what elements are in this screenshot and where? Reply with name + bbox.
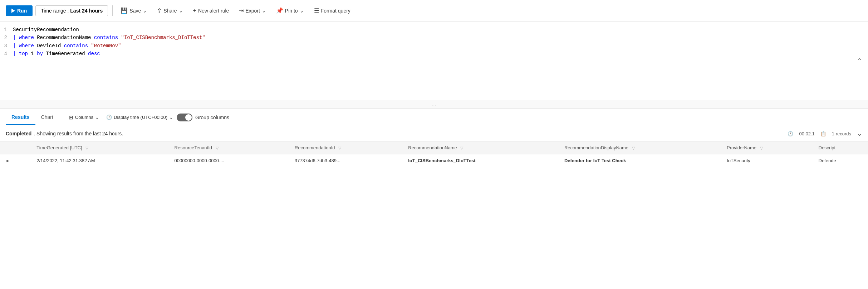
records-icon: 📋 <box>820 131 826 136</box>
query-line-3: 3 | where DeviceId contains "RotemNov" <box>0 42 868 50</box>
format-query-label: Format query <box>321 8 350 14</box>
share-chevron-icon: ⌄ <box>179 8 183 14</box>
tab-chart[interactable]: Chart <box>35 110 59 125</box>
status-right: 🕐 00:02.1 📋 1 records ⌄ <box>788 130 862 138</box>
share-button[interactable]: ⇪ Share ⌄ <box>153 5 186 16</box>
pipe-where-3: | where <box>13 43 34 49</box>
save-icon: 💾 <box>121 7 128 14</box>
contains-3: contains <box>64 43 88 49</box>
expand-row-button[interactable]: ► <box>4 158 11 163</box>
th-time-generated: TimeGenerated [UTC] ▽ <box>32 141 170 154</box>
export-chevron-icon: ⌄ <box>262 8 266 14</box>
th-expand <box>0 141 32 154</box>
run-play-icon <box>11 9 15 13</box>
th-recommendation-display-name: RecommendationDisplayName ▽ <box>560 141 722 154</box>
results-toolbar: Results Chart ⊞ Columns ⌄ 🕐 Display time… <box>0 109 868 126</box>
cell-recommendation-name: IoT_CISBenchmarks_DIoTTest <box>404 154 560 167</box>
toggle-knob <box>185 114 192 121</box>
th-description: Descript <box>814 141 868 154</box>
group-columns-toggle[interactable] <box>177 114 192 121</box>
save-button[interactable]: 💾 Save ⌄ <box>117 5 151 16</box>
run-label: Run <box>17 8 27 14</box>
clock-icon: 🕐 <box>106 115 112 120</box>
tabs-divider <box>62 113 62 122</box>
query-line-4: 4 | top 1 by TimeGenerated desc <box>0 50 868 58</box>
export-label: Export <box>245 8 260 14</box>
cell-description: Defende <box>814 154 868 167</box>
status-bar: Completed . Showing results from the las… <box>0 126 868 141</box>
pin-chevron-icon: ⌄ <box>300 8 304 14</box>
data-table: TimeGenerated [UTC] ▽ ResourceTenantId ▽… <box>0 141 868 167</box>
line-content-3: | where DeviceId contains "RotemNov" <box>13 42 121 50</box>
toolbar-divider-1 <box>112 5 113 16</box>
query-editor[interactable]: 1 SecurityRecommendation 2 | where Recom… <box>0 21 868 100</box>
row-expand-cell: ► <box>0 154 32 167</box>
string-3: "RotemNov" <box>91 43 121 49</box>
time-range-prefix: Time range : <box>41 8 69 14</box>
status-time: 00:02.1 <box>799 131 814 136</box>
display-time-chevron-icon: ⌄ <box>169 115 173 120</box>
new-alert-icon: + <box>193 8 196 14</box>
results-table: TimeGenerated [UTC] ▽ ResourceTenantId ▽… <box>0 141 868 167</box>
drag-dots: ... <box>432 102 436 107</box>
line-content-2: | where RecommendationName contains "IoT… <box>13 34 205 42</box>
pipe-top-4: | <box>13 51 16 57</box>
format-query-button[interactable]: ☰ Format query <box>310 5 354 16</box>
tab-results[interactable]: Results <box>6 110 35 125</box>
time-range-button[interactable]: Time range : Last 24 hours <box>35 5 108 16</box>
filter-provider-icon[interactable]: ▽ <box>760 146 763 150</box>
columns-button[interactable]: ⊞ Columns ⌄ <box>65 112 103 123</box>
collapse-editor-button[interactable]: ⌃ <box>857 57 862 65</box>
cell-provider-name: IoTSecurity <box>722 154 814 167</box>
time-range-value: Last 24 hours <box>70 8 103 14</box>
cell-resource-tenant-id: 00000000-0000-0000-... <box>170 154 290 167</box>
columns-chevron-icon: ⌄ <box>95 115 99 120</box>
filter-rec-display-icon[interactable]: ▽ <box>632 146 635 150</box>
run-button[interactable]: Run <box>6 5 33 16</box>
status-left: Completed . Showing results from the las… <box>6 131 123 136</box>
status-completed: Completed <box>6 131 31 136</box>
line-num-2: 2 <box>0 34 13 42</box>
line-num-3: 3 <box>0 42 13 50</box>
save-chevron-icon: ⌄ <box>143 8 147 14</box>
pipe-where-2: | where <box>13 35 34 40</box>
cell-recommendation-display-name: Defender for IoT Test Check <box>560 154 722 167</box>
desc-kw: desc <box>88 51 100 57</box>
toolbar: Run Time range : Last 24 hours 💾 Save ⌄ … <box>0 0 868 21</box>
filter-rec-name-icon[interactable]: ▽ <box>460 146 463 150</box>
table-header-row: TimeGenerated [UTC] ▽ ResourceTenantId ▽… <box>0 141 868 154</box>
line-num-4: 4 <box>0 50 13 58</box>
pin-to-label: Pin to <box>285 8 298 14</box>
expand-results-button[interactable]: ⌄ <box>857 130 862 138</box>
cell-recommendation-id: 377374d6-7db3-489... <box>290 154 404 167</box>
string-2: "IoT_CISBenchmarks_DIoTTest" <box>121 35 205 40</box>
cell-time-generated: 2/14/2022, 11:42:31.382 AM <box>32 154 170 167</box>
save-label: Save <box>129 8 141 14</box>
columns-icon: ⊞ <box>69 114 73 121</box>
share-label: Share <box>163 8 177 14</box>
timer-icon: 🕐 <box>788 131 793 136</box>
line-num-1: 1 <box>0 26 13 34</box>
pin-icon: 📌 <box>276 7 283 14</box>
drag-handle[interactable]: ... <box>0 100 868 109</box>
table-row: ► 2/14/2022, 11:42:31.382 AM 00000000-00… <box>0 154 868 167</box>
display-time-button[interactable]: 🕐 Display time (UTC+00:00) ⌄ <box>103 112 177 122</box>
by-kw: by <box>37 51 43 57</box>
query-line-2: 2 | where RecommendationName contains "I… <box>0 34 868 42</box>
pin-to-button[interactable]: 📌 Pin to ⌄ <box>273 5 308 16</box>
new-alert-rule-button[interactable]: + New alert rule <box>190 5 233 16</box>
th-provider-name: ProviderName ▽ <box>722 141 814 154</box>
export-icon: ⇥ <box>239 7 244 14</box>
export-button[interactable]: ⇥ Export ⌄ <box>235 5 269 16</box>
filter-tenant-icon[interactable]: ▽ <box>216 146 219 150</box>
group-columns-label: Group columns <box>195 115 229 120</box>
line-content-4: | top 1 by TimeGenerated desc <box>13 50 100 58</box>
status-records: 1 records <box>832 131 851 136</box>
filter-rec-id-icon[interactable]: ▽ <box>338 146 341 150</box>
th-recommendation-id: RecommendationId ▽ <box>290 141 404 154</box>
query-line-1: 1 SecurityRecommendation <box>0 26 868 34</box>
format-query-icon: ☰ <box>314 7 319 14</box>
share-icon: ⇪ <box>157 7 162 14</box>
filter-time-icon[interactable]: ▽ <box>85 146 88 150</box>
new-alert-label: New alert rule <box>198 8 229 14</box>
